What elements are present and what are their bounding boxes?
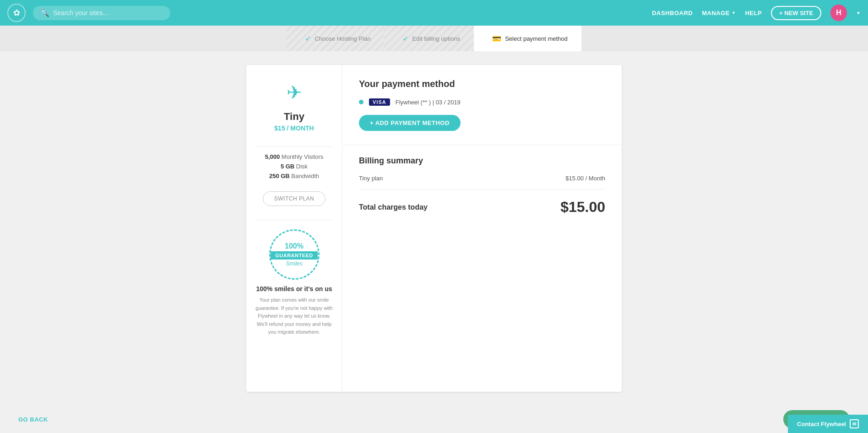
plan-specs: 5,000 Monthly Visitors 5 GB Disk 250 GB … [265, 151, 324, 182]
plan-bandwidth: 250 GB Bandwidth [265, 173, 324, 179]
search-icon: 🔍 [40, 9, 49, 17]
step-2: ✓ Edit billing options [384, 26, 474, 51]
new-site-button[interactable]: + NEW SITE [771, 6, 821, 20]
step3-card-icon: 💳 [492, 34, 501, 43]
badge-100: 100% [285, 242, 304, 250]
switch-plan-button[interactable]: SWITCH PLAN [263, 191, 326, 206]
bottom-bar: GO BACK PAY NOW! [0, 406, 868, 433]
plan-name: Tiny [284, 111, 304, 123]
total-label: Total charges today [359, 203, 428, 211]
main-content: ✈ Tiny $15 / MONTH 5,000 Monthly Visitor… [0, 51, 868, 406]
progress-steps: ✓ Choose Hosting Plan ✓ Edit billing opt… [0, 26, 868, 51]
step-1: ✓ Choose Hosting Plan [287, 26, 384, 51]
payment-card-info: Flywheel (** ) | 03 / 2019 [396, 99, 461, 106]
left-divider [255, 220, 333, 220]
badge-circle: 100% GUARANTEED Smiles [269, 229, 320, 280]
search-input[interactable] [53, 9, 163, 16]
billing-section-divider [342, 145, 622, 145]
add-payment-button[interactable]: + ADD PAYMENT METHOD [359, 115, 461, 131]
step3-label: Select payment method [505, 35, 568, 42]
billing-plan-amount: $15.00 / Month [565, 175, 605, 182]
total-row: Total charges today $15.00 [359, 199, 605, 216]
contact-flywheel-button[interactable]: Contact Flywheel ✉ [788, 415, 868, 433]
billing-plan-label: Tiny plan [359, 175, 383, 182]
billing-total-divider [359, 189, 605, 189]
step2-check-icon: ✓ [402, 34, 408, 43]
nav-dashboard[interactable]: DASHBOARD [652, 10, 693, 16]
badge-guaranteed-label: GUARANTEED [271, 251, 318, 260]
plan-icon: ✈ [281, 79, 308, 106]
manage-chevron-icon: ▼ [732, 11, 736, 15]
contact-label: Contact Flywheel [797, 421, 846, 428]
plan-price: $15 / MONTH [274, 124, 314, 132]
nav-help[interactable]: HELP [745, 10, 762, 16]
payment-section-title: Your payment method [359, 79, 605, 89]
total-amount: $15.00 [560, 199, 605, 216]
guarantee-text: Your plan comes with our smile guarantee… [255, 296, 333, 336]
step1-check-icon: ✓ [305, 34, 311, 43]
flywheel-logo[interactable]: ✿ [7, 4, 26, 22]
plan-divider [255, 146, 333, 147]
chat-icon: ✉ [850, 419, 859, 428]
step1-label: Choose Hosting Plan [315, 35, 370, 42]
paper-plane-icon: ✈ [287, 82, 302, 103]
step-3: 💳 Select payment method [474, 26, 581, 51]
plan-visitors: 5,000 Monthly Visitors [265, 153, 324, 160]
content-wrapper: ✈ Tiny $15 / MONTH 5,000 Monthly Visitor… [246, 65, 622, 392]
payment-method-row: VISA Flywheel (** ) | 03 / 2019 [359, 98, 605, 106]
billing-summary-title: Billing summary [359, 156, 605, 166]
nav-manage[interactable]: MANAGE ▼ [702, 10, 736, 16]
billing-plan-row: Tiny plan $15.00 / Month [359, 175, 605, 182]
guarantee-title: 100% smiles or it's on us [256, 285, 332, 292]
top-navigation: ✿ 🔍 DASHBOARD MANAGE ▼ HELP + NEW SITE H… [0, 0, 868, 26]
nav-right: DASHBOARD MANAGE ▼ HELP + NEW SITE H ▼ [652, 5, 861, 21]
step2-label: Edit billing options [412, 35, 460, 42]
left-panel: ✈ Tiny $15 / MONTH 5,000 Monthly Visitor… [246, 65, 342, 392]
plan-disk: 5 GB Disk [265, 163, 324, 170]
right-panel: Your payment method VISA Flywheel (** ) … [342, 65, 622, 392]
avatar-chevron-icon: ▼ [856, 11, 861, 16]
search-bar[interactable]: 🔍 [33, 6, 170, 20]
go-back-button[interactable]: GO BACK [18, 416, 48, 423]
visa-badge: VISA [369, 98, 390, 106]
avatar[interactable]: H [830, 5, 847, 21]
payment-selected-dot [359, 100, 363, 104]
guarantee-badge: 100% GUARANTEED Smiles 100% smiles or it… [255, 229, 333, 336]
badge-smiles-label: Smiles [286, 260, 302, 267]
